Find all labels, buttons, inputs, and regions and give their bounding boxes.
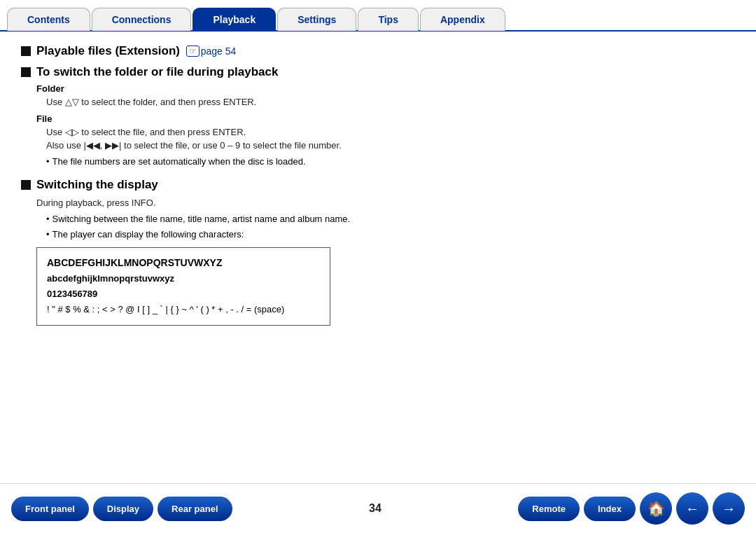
section-icon xyxy=(21,46,31,56)
char-special: ! " # $ % & : ; < > ? @ I [ ] _ ` | { } … xyxy=(47,302,320,317)
section-icon3 xyxy=(21,180,31,190)
home-button[interactable]: 🏠 xyxy=(640,492,672,525)
page-ref-playable[interactable]: ☞page 54 xyxy=(183,46,237,57)
section-playable-files: Playable files (Extension) ☞page 54 xyxy=(21,44,735,58)
section-switch-folder-heading: To switch the folder or file during play… xyxy=(36,65,278,79)
tab-tips[interactable]: Tips xyxy=(358,8,419,31)
navigation-tabs: Contents Connections Playback Settings T… xyxy=(0,0,756,32)
rear-panel-button[interactable]: Rear panel xyxy=(158,497,232,521)
section-switching-display-heading: Switching the display xyxy=(36,178,158,192)
tab-contents[interactable]: Contents xyxy=(7,8,90,31)
remote-button[interactable]: Remote xyxy=(518,497,580,521)
char-uppercase: ABCDEFGHIJKLMNOPQRSTUVWXYZ xyxy=(47,255,320,272)
display-bullet2: The player can display the following cha… xyxy=(46,228,735,242)
tab-playback[interactable]: Playback xyxy=(192,8,276,31)
character-display-box: ABCDEFGHIJKLMNOPQRSTUVWXYZ abcdefghijklm… xyxy=(36,247,330,326)
bottom-bar: Front panel Display Rear panel 34 Remote… xyxy=(0,483,756,533)
file-desc1: Use ◁▷ to select the file, and then pres… xyxy=(46,125,735,139)
section-icon2 xyxy=(21,67,31,77)
forward-button[interactable]: → xyxy=(713,492,745,525)
back-button[interactable]: ← xyxy=(676,492,708,525)
file-label: File xyxy=(36,113,52,124)
page-number: 34 xyxy=(237,502,514,515)
display-button[interactable]: Display xyxy=(93,497,153,521)
file-desc2: Also use |◀◀, ▶▶| to select the file, or… xyxy=(46,139,735,153)
file-note: The file numbers are set automatically w… xyxy=(46,155,735,169)
display-bullet1: Switching between the file name, title n… xyxy=(46,212,735,226)
index-button[interactable]: Index xyxy=(584,497,636,521)
tab-connections[interactable]: Connections xyxy=(92,8,192,31)
folder-bullet: Folder xyxy=(36,83,735,94)
folder-label: Folder xyxy=(36,83,64,94)
section-switching-display: Switching the display xyxy=(21,178,735,192)
char-numbers: 0123456789 xyxy=(47,286,320,302)
main-content: Playable files (Extension) ☞page 54 To s… xyxy=(0,32,756,483)
tab-appendix[interactable]: Appendix xyxy=(420,8,505,31)
folder-desc: Use △▽ to select the folder, and then pr… xyxy=(46,95,735,109)
char-lowercase: abcdefghijklmnopqrstuvwxyz xyxy=(47,271,320,286)
section-switch-folder-body: Folder Use △▽ to select the folder, and … xyxy=(36,83,735,168)
tab-settings[interactable]: Settings xyxy=(277,8,356,31)
file-bullet: File xyxy=(36,113,735,124)
section-playable-files-heading: Playable files (Extension) ☞page 54 xyxy=(36,44,236,58)
section-switching-display-body: During playback, press INFO. Switching b… xyxy=(36,196,735,326)
front-panel-button[interactable]: Front panel xyxy=(11,497,89,521)
display-intro: During playback, press INFO. xyxy=(36,196,735,210)
section-switch-folder: To switch the folder or file during play… xyxy=(21,65,735,79)
